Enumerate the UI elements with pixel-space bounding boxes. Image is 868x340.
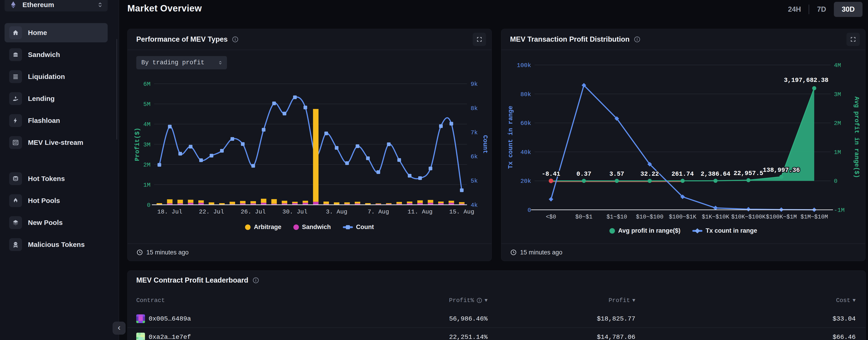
range-24h-button[interactable]: 24H	[780, 2, 809, 17]
info-icon[interactable]	[252, 277, 259, 284]
card-title: MEV Transaction Profit Distribution	[510, 35, 629, 43]
legend-arbitrage[interactable]: Arbitrage	[245, 224, 281, 231]
sidebar-item-flashloan[interactable]: Flashloan	[5, 111, 107, 130]
clock-icon	[136, 249, 143, 256]
column-contract[interactable]: Contract	[136, 297, 165, 304]
arbitrage-dot-icon	[245, 225, 251, 230]
sidebar-item-label: Hot Tokens	[28, 175, 65, 182]
sidebar-collapse-button[interactable]: ‹	[113, 322, 125, 335]
svg-text:30. Jul: 30. Jul	[282, 208, 307, 215]
contract-address[interactable]: 0x005…6489a	[149, 315, 191, 322]
profit-value: $18,825.77	[597, 315, 635, 322]
contract-avatar	[136, 314, 145, 323]
leaderboard-card: MEV Contract Profit Leaderboard Contract…	[127, 270, 866, 340]
info-icon[interactable]	[634, 36, 641, 43]
sidebar-scrollbar[interactable]	[116, 39, 117, 140]
chevron-updown-icon	[97, 1, 103, 8]
sort-desc-icon: ▼	[852, 298, 856, 303]
svg-text:138,997.36: 138,997.36	[763, 167, 800, 174]
livestream-icon	[9, 136, 22, 149]
info-icon	[476, 298, 482, 303]
legend-tx-count[interactable]: Tx count in range	[692, 227, 757, 234]
card-header: MEV Contract Profit Leaderboard	[136, 276, 259, 284]
svg-text:Tx count in range: Tx count in range	[507, 106, 514, 169]
svg-text:22. Jul: 22. Jul	[199, 208, 224, 215]
svg-text:3. Aug: 3. Aug	[326, 208, 347, 215]
svg-text:6M: 6M	[143, 81, 151, 88]
table-row[interactable]: 0x005…6489a 56,986.46% $18,825.77 $33.04	[128, 310, 866, 328]
svg-text:0: 0	[147, 202, 151, 209]
contract-avatar	[136, 333, 145, 340]
column-profit[interactable]: Profit▼	[609, 297, 635, 304]
sidebar-item-malicious-tokens[interactable]: Malicious Tokens	[5, 235, 107, 254]
sort-desc-icon: ▼	[632, 298, 635, 303]
sort-desc-icon: ▼	[485, 298, 488, 303]
info-icon[interactable]	[232, 36, 239, 43]
sidebar-item-sandwich[interactable]: Sandwich	[5, 45, 107, 64]
svg-text:Profit($): Profit($)	[134, 128, 141, 161]
svg-text:-1M: -1M	[834, 207, 845, 214]
metric-dropdown[interactable]: By trading profit	[136, 56, 227, 69]
svg-text:3.57: 3.57	[610, 171, 624, 177]
card-header: MEV Transaction Profit Distribution	[501, 29, 865, 50]
performance-chart[interactable]: 01M2M3M4M5M6M4k5k6k7k8k9kProfit($)Count1…	[132, 77, 489, 219]
sidebar-item-label: Hot Pools	[28, 197, 60, 205]
sidebar-item-lending[interactable]: Lending	[5, 89, 107, 108]
svg-text:2M: 2M	[834, 120, 841, 127]
lending-icon	[9, 92, 22, 105]
fullscreen-button[interactable]	[846, 33, 860, 46]
svg-text:1M: 1M	[143, 182, 151, 189]
svg-text:$10K~$100K: $10K~$100K	[731, 214, 766, 220]
sidebar-item-label: Malicious Tokens	[28, 241, 85, 248]
card-footer: 15 minutes ago	[128, 243, 492, 261]
svg-text:Count: Count	[482, 135, 489, 154]
distribution-card: MEV Transaction Profit Distribution 020k…	[501, 29, 866, 261]
svg-text:0: 0	[527, 207, 531, 214]
sidebar-item-hot-tokens[interactable]: Hot Tokens	[5, 169, 107, 188]
column-profit-pct[interactable]: Profit% ▼	[449, 297, 488, 304]
network-selector[interactable]: Ethereum	[5, 0, 107, 11]
sidebar-item-home[interactable]: Home	[5, 23, 107, 42]
avg-profit-dot-icon	[610, 228, 615, 234]
sidebar-item-liquidation[interactable]: Liquidation	[5, 67, 107, 86]
card-header: Performance of MEV Types	[128, 29, 492, 50]
contract-address[interactable]: 0xa2a…1e7ef	[149, 334, 191, 340]
legend-sandwich[interactable]: Sandwich	[293, 224, 331, 231]
sidebar-item-label: Flashloan	[28, 117, 60, 125]
range-30d-button[interactable]: 30D	[834, 2, 863, 17]
svg-text:40k: 40k	[520, 149, 531, 156]
fullscreen-button[interactable]	[473, 33, 486, 46]
sidebar-item-label: Home	[28, 29, 47, 37]
svg-text:8k: 8k	[471, 105, 478, 112]
sidebar: Ethereum Home Sandwich Liquidation Lendi…	[0, 0, 119, 340]
table-row[interactable]: 0xa2a…1e7ef 22,251.14% $14,787.06 $66.46	[128, 328, 866, 340]
svg-text:11. Aug: 11. Aug	[407, 208, 432, 215]
card-title: MEV Contract Profit Leaderboard	[136, 276, 248, 284]
home-icon	[9, 26, 22, 39]
legend-count[interactable]: Count	[343, 224, 374, 231]
card-title: Performance of MEV Types	[136, 35, 228, 43]
svg-text:2,386.64: 2,386.64	[701, 171, 731, 177]
column-cost[interactable]: Cost▼	[836, 297, 856, 304]
range-7d-button[interactable]: 7D	[809, 2, 834, 17]
sidebar-item-mev-live-stream[interactable]: MEV Live-stream	[5, 133, 107, 152]
svg-text:22,957.5: 22,957.5	[734, 170, 763, 177]
chart-legend: Arbitrage Sandwich Count	[128, 224, 492, 231]
sidebar-item-new-pools[interactable]: New Pools	[5, 213, 107, 232]
svg-text:3M: 3M	[143, 141, 151, 148]
svg-text:<$0: <$0	[546, 214, 556, 220]
svg-text:$1M~$10M: $1M~$10M	[800, 214, 828, 220]
svg-text:20k: 20k	[520, 178, 531, 184]
svg-text:4M: 4M	[143, 121, 151, 128]
svg-text:1M: 1M	[834, 149, 841, 156]
sidebar-item-label: MEV Live-stream	[28, 139, 83, 146]
svg-text:5k: 5k	[471, 177, 478, 184]
hot-tokens-icon	[9, 172, 22, 185]
svg-text:15. Aug: 15. Aug	[450, 208, 474, 215]
sidebar-item-label: New Pools	[28, 219, 63, 227]
legend-avg-profit[interactable]: Avg profit in range($)	[610, 227, 680, 234]
sidebar-item-hot-pools[interactable]: Hot Pools	[5, 191, 107, 210]
malicious-tokens-icon	[9, 238, 22, 251]
svg-text:-8.41: -8.41	[541, 171, 560, 177]
distribution-chart[interactable]: 020k40k60k80k100k-1M01M2M3M4MTx count in…	[506, 61, 863, 221]
